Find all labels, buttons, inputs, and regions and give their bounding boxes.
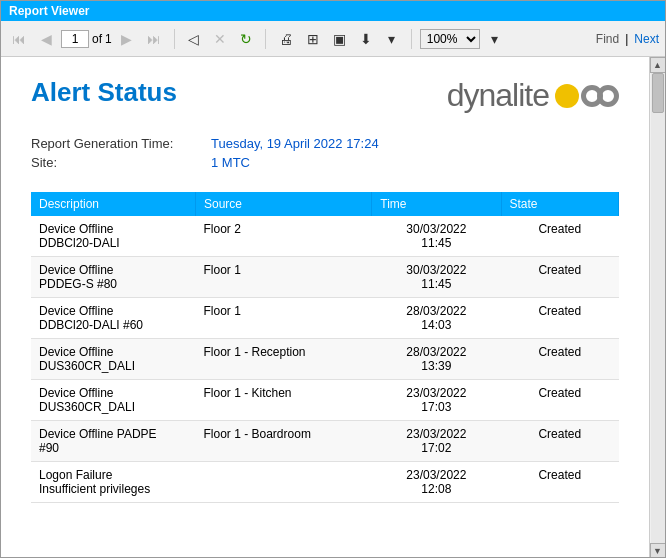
report-header: Alert Status dynalite bbox=[31, 77, 619, 114]
logo-text: dynalite bbox=[447, 77, 549, 114]
toolbar-separator-1 bbox=[174, 29, 175, 49]
cell-state: Created bbox=[501, 257, 619, 298]
export-dropdown-button[interactable]: ▾ bbox=[381, 27, 403, 51]
meta-row-time: Report Generation Time: Tuesday, 19 Apri… bbox=[31, 134, 389, 153]
nav-last-button[interactable]: ⏭ bbox=[142, 27, 166, 51]
cell-description: Logon Failure Insufficient privileges bbox=[31, 462, 196, 503]
nav-next-button[interactable]: ▶ bbox=[116, 27, 138, 51]
col-header-description: Description bbox=[31, 192, 196, 216]
cell-time: 23/03/2022 12:08 bbox=[372, 462, 501, 503]
zoom-dropdown-button[interactable]: ▾ bbox=[484, 27, 506, 51]
layout-button[interactable]: ⊞ bbox=[302, 27, 324, 51]
meta-value-site: 1 MTC bbox=[211, 153, 389, 172]
find-separator: | bbox=[625, 32, 628, 46]
table-row: Device Offline DUS360CR_DALI Floor 1 - R… bbox=[31, 339, 619, 380]
cell-description: Device Offline DUS360CR_DALI bbox=[31, 380, 196, 421]
meta-label-site: Site: bbox=[31, 153, 211, 172]
col-header-source: Source bbox=[196, 192, 372, 216]
meta-value-time: Tuesday, 19 April 2022 17:24 bbox=[211, 134, 389, 153]
scrollbar[interactable]: ▲ ▼ bbox=[649, 57, 665, 558]
find-next-link[interactable]: Next bbox=[634, 32, 659, 46]
print-button[interactable]: 🖨 bbox=[274, 27, 298, 51]
table-row: Device Offline PDDEG-S #80 Floor 1 30/03… bbox=[31, 257, 619, 298]
page-input[interactable] bbox=[61, 30, 89, 48]
cell-time: 23/03/2022 17:03 bbox=[372, 380, 501, 421]
content-area: Alert Status dynalite Report Generatio bbox=[1, 57, 665, 558]
refresh-button[interactable]: ↻ bbox=[235, 27, 257, 51]
cell-description: Device Offline DDBCl20-DALI #60 bbox=[31, 298, 196, 339]
nav-back-button[interactable]: ◁ bbox=[183, 27, 205, 51]
col-header-state: State bbox=[501, 192, 619, 216]
logo-ring-right bbox=[597, 85, 619, 107]
cell-source: Floor 1 bbox=[196, 298, 372, 339]
cell-source: Floor 1 bbox=[196, 257, 372, 298]
toolbar: ⏮ ◀ of 1 ▶ ⏭ ◁ ✕ ↻ 🖨 ⊞ ▣ ⬇ ▾ 100% 75% 50… bbox=[1, 21, 665, 57]
titlebar-title: Report Viewer bbox=[9, 4, 89, 18]
titlebar: Report Viewer bbox=[1, 1, 665, 21]
meta-row-site: Site: 1 MTC bbox=[31, 153, 389, 172]
cell-state: Created bbox=[501, 339, 619, 380]
toolbar-separator-3 bbox=[411, 29, 412, 49]
table-row: Device Offline PADPE #90 Floor 1 - Board… bbox=[31, 421, 619, 462]
meta-label-time: Report Generation Time: bbox=[31, 134, 211, 153]
scroll-down-arrow[interactable]: ▼ bbox=[650, 543, 666, 558]
table-row: Logon Failure Insufficient privileges 23… bbox=[31, 462, 619, 503]
logo-container: dynalite bbox=[447, 77, 619, 114]
table-row: Device Offline DUS360CR_DALI Floor 1 - K… bbox=[31, 380, 619, 421]
meta-table: Report Generation Time: Tuesday, 19 Apri… bbox=[31, 134, 389, 172]
nav-prev-button[interactable]: ◀ bbox=[35, 27, 57, 51]
page-total: 1 bbox=[105, 32, 112, 46]
zoom-select[interactable]: 100% 75% 50% 150% bbox=[420, 29, 480, 49]
cell-source bbox=[196, 462, 372, 503]
report-panel: Alert Status dynalite Report Generatio bbox=[1, 57, 649, 558]
cell-time: 23/03/2022 17:02 bbox=[372, 421, 501, 462]
find-label: Find bbox=[596, 32, 619, 46]
scroll-thumb[interactable] bbox=[652, 73, 664, 113]
scroll-up-arrow[interactable]: ▲ bbox=[650, 57, 666, 73]
col-header-time: Time bbox=[372, 192, 501, 216]
table-row: Device Offline DDBCl20-DALI Floor 2 30/0… bbox=[31, 216, 619, 257]
cell-source: Floor 1 - Kitchen bbox=[196, 380, 372, 421]
cell-description: Device Offline DUS360CR_DALI bbox=[31, 339, 196, 380]
toolbar-separator-2 bbox=[265, 29, 266, 49]
cell-state: Created bbox=[501, 216, 619, 257]
table-row: Device Offline DDBCl20-DALI #60 Floor 1 … bbox=[31, 298, 619, 339]
cell-source: Floor 1 - Reception bbox=[196, 339, 372, 380]
cell-state: Created bbox=[501, 298, 619, 339]
cell-source: Floor 1 - Boardroom bbox=[196, 421, 372, 462]
logo-circles bbox=[555, 84, 619, 108]
logo-icon bbox=[555, 84, 619, 108]
page-of-label: of bbox=[92, 32, 102, 46]
cell-time: 30/03/2022 11:45 bbox=[372, 216, 501, 257]
nav-first-button[interactable]: ⏮ bbox=[7, 27, 31, 51]
cell-time: 30/03/2022 11:45 bbox=[372, 257, 501, 298]
cell-state: Created bbox=[501, 380, 619, 421]
export-button[interactable]: ⬇ bbox=[355, 27, 377, 51]
cell-time: 28/03/2022 14:03 bbox=[372, 298, 501, 339]
cell-description: Device Offline DDBCl20-DALI bbox=[31, 216, 196, 257]
report-title: Alert Status bbox=[31, 77, 177, 108]
cell-state: Created bbox=[501, 421, 619, 462]
cell-source: Floor 2 bbox=[196, 216, 372, 257]
page-nav: of 1 bbox=[61, 30, 112, 48]
table-header-row: Description Source Time State bbox=[31, 192, 619, 216]
cell-description: Device Offline PDDEG-S #80 bbox=[31, 257, 196, 298]
stop-button[interactable]: ✕ bbox=[209, 27, 231, 51]
page-setup-button[interactable]: ▣ bbox=[328, 27, 351, 51]
find-section: Find | Next bbox=[596, 32, 659, 46]
cell-time: 28/03/2022 13:39 bbox=[372, 339, 501, 380]
cell-state: Created bbox=[501, 462, 619, 503]
scroll-track[interactable] bbox=[651, 73, 665, 543]
data-table: Description Source Time State Device Off… bbox=[31, 192, 619, 503]
cell-description: Device Offline PADPE #90 bbox=[31, 421, 196, 462]
logo-circle-yellow bbox=[555, 84, 579, 108]
